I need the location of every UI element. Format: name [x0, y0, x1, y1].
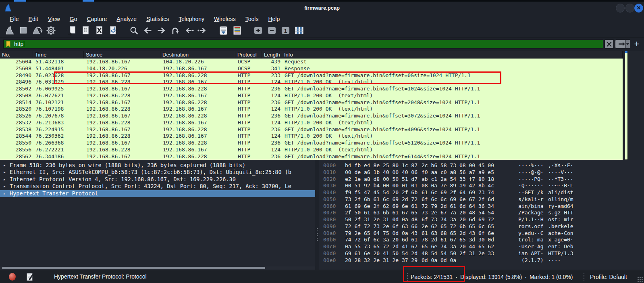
packet-row[interactable]: 2850276.069925192.168.86.167192.168.86.2…: [0, 86, 623, 92]
go-to-packet-icon[interactable]: [168, 25, 181, 37]
hex-line[interactable]: 0040f9 f5 47 45 54 20 2f 6b61 6c 69 2f 6…: [319, 189, 644, 196]
capture-comment-icon[interactable]: [27, 273, 33, 282]
menu-view[interactable]: View: [44, 15, 64, 23]
packet-row[interactable]: 2856276.344186192.168.86.167192.168.86.2…: [0, 153, 623, 160]
ascii-bytes: s/kali-r: [518, 196, 544, 203]
restart-capture-icon[interactable]: [31, 25, 44, 37]
open-file-icon[interactable]: [65, 25, 78, 37]
packet-cell-protocol: HTTP: [235, 99, 262, 106]
hex-line[interactable]: 00702f 50 61 63 6b 61 67 6573 2e 67 7a 2…: [319, 210, 644, 216]
go-forward-icon[interactable]: [155, 25, 168, 37]
filter-clear-button[interactable]: [605, 40, 614, 48]
hex-line[interactable]: 009072 6f 72 73 2e 6f 63 662e 62 65 72 6…: [319, 223, 644, 230]
packet-row[interactable]: 2853876.224915192.168.86.167192.168.86.2…: [0, 126, 623, 133]
hex-line[interactable]: 00d069 61 6e 20 41 50 54 2d48 54 54 50 2…: [319, 250, 644, 257]
resize-columns-icon[interactable]: [293, 25, 305, 37]
resize-grip-icon[interactable]: [638, 277, 643, 283]
column-header-source[interactable]: Source: [84, 51, 160, 59]
packet-cell-no: 28556: [0, 147, 33, 153]
stop-capture-icon[interactable]: [17, 25, 30, 37]
column-header-destination[interactable]: Destination: [160, 51, 235, 59]
hex-line[interactable]: 005073 2f 6b 61 6c 69 2d 726f 6c 6c 69 6…: [319, 196, 644, 203]
colorize-icon[interactable]: [231, 25, 243, 37]
profile-label[interactable]: Profile: Default: [590, 274, 627, 280]
scrollbar-handle[interactable]: [2, 267, 265, 269]
auto-scroll-icon[interactable]: [217, 25, 230, 37]
zoom-in-icon[interactable]: [251, 25, 264, 37]
menu-help[interactable]: Help: [264, 15, 284, 23]
detail-line[interactable]: ▸Ethernet II, Src: ASUSTekCOMPU_b6:58:73…: [0, 169, 315, 176]
profile-area[interactable]: Profile: Default: [584, 273, 627, 281]
zoom-original-icon[interactable]: 1: [279, 25, 292, 37]
column-header-length[interactable]: Length: [262, 51, 282, 59]
detail-horizontal-scrollbar[interactable]: [0, 266, 315, 270]
hex-line[interactable]: 00a079 2e 65 64 75 0d 0a 4361 63 68 65 2…: [319, 230, 644, 237]
expand-arrow-icon[interactable]: ▸: [3, 162, 6, 169]
detail-line[interactable]: ▸Transmission Control Protocol, Src Port…: [0, 183, 315, 190]
packet-row[interactable]: 2851476.102121192.168.86.167192.168.86.2…: [0, 99, 623, 106]
hex-line[interactable]: 00b074 72 6f 6c 3a 20 6d 6178 2d 61 67 6…: [319, 237, 644, 243]
filter-dropdown-button[interactable]: [625, 40, 630, 48]
packet-row[interactable]: 2852076.107198192.168.86.228192.168.86.1…: [0, 106, 623, 113]
packet-row[interactable]: 2560451.432118192.168.86.167104.18.20.22…: [0, 59, 623, 65]
detail-line[interactable]: ▸Hypertext Transfer Protocol: [0, 190, 315, 197]
packet-row[interactable]: 2854476.230362192.168.86.228192.168.86.1…: [0, 133, 623, 140]
packet-row[interactable]: 2849676.031929192.168.86.228192.168.86.1…: [0, 79, 623, 86]
hex-line[interactable]: 00c00a 55 73 65 72 2d 41 6765 6e 74 3a 2…: [319, 243, 644, 250]
menu-file[interactable]: File: [6, 15, 23, 23]
packet-row[interactable]: 2853276.213683192.168.86.228192.168.86.1…: [0, 119, 623, 126]
save-file-icon[interactable]: [79, 25, 92, 37]
reload-file-icon[interactable]: [106, 25, 119, 37]
column-header-info[interactable]: Info: [282, 51, 623, 59]
detail-line[interactable]: ▸Internet Protocol Version 4, Src: 192.1…: [0, 176, 315, 183]
hex-line[interactable]: 00e020 28 32 2e 31 2e 37 290d 0a 0d 0a (…: [319, 257, 644, 264]
menu-telephony[interactable]: Telephony: [175, 15, 208, 23]
expand-arrow-icon[interactable]: ▸: [3, 183, 6, 190]
menu-analyze[interactable]: Analyze: [112, 15, 141, 23]
go-back-icon[interactable]: [141, 25, 154, 37]
zoom-out-icon[interactable]: [265, 25, 278, 37]
hex-line[interactable]: 0000b4 fb e4 8e 25 80 1c 872c b6 58 73 0…: [319, 162, 644, 169]
capture-options-icon[interactable]: [44, 25, 57, 37]
find-packet-icon[interactable]: [127, 25, 140, 37]
hex-bytes: 61 63 68 65 2d 43 6f 6e: [422, 230, 494, 237]
packet-row[interactable]: 2855676.272221192.168.86.228192.168.86.1…: [0, 147, 623, 153]
minimize-button[interactable]: [616, 4, 625, 13]
packet-row[interactable]: 2849076.023628192.168.86.167192.168.86.2…: [0, 72, 623, 79]
pane-splitter[interactable]: [315, 160, 319, 270]
filter-bookmark-icon[interactable]: [6, 41, 11, 48]
display-filter-input[interactable]: http: [3, 40, 603, 48]
menu-capture[interactable]: Capture: [83, 15, 111, 23]
column-header-no[interactable]: No.: [0, 51, 33, 59]
expand-arrow-icon[interactable]: ▸: [3, 169, 6, 176]
menu-edit[interactable]: Edit: [25, 15, 42, 23]
detail-line[interactable]: ▸Frame 518: 236 bytes on wire (1888 bits…: [0, 162, 315, 169]
close-file-icon[interactable]: [93, 25, 106, 37]
hex-line[interactable]: 0020e2 1e a8 d8 00 50 51 d7ab c1 2a 54 3…: [319, 176, 644, 183]
expert-info-icon[interactable]: [9, 273, 16, 281]
column-header-time[interactable]: Time: [33, 51, 84, 59]
filter-add-button[interactable]: +: [632, 38, 642, 50]
packet-row[interactable]: 2855076.266368192.168.86.167192.168.86.2…: [0, 140, 623, 147]
packet-list-minimap[interactable]: [625, 51, 628, 160]
hex-line[interactable]: 008050 2f 31 2e 31 0d 0a 486f 73 74 3a 2…: [319, 216, 644, 223]
menu-wireless[interactable]: Wireless: [210, 15, 240, 23]
menu-tools[interactable]: Tools: [241, 15, 263, 23]
start-capture-icon[interactable]: [3, 25, 16, 37]
expand-arrow-icon[interactable]: ▸: [3, 176, 6, 183]
previous-packet-icon[interactable]: [182, 25, 195, 37]
close-button[interactable]: ✕: [634, 4, 643, 13]
packet-row[interactable]: 2560851.448401104.18.20.226192.168.86.16…: [0, 65, 623, 72]
next-packet-icon[interactable]: [196, 25, 209, 37]
packet-row[interactable]: 2852676.207678192.168.86.167192.168.86.2…: [0, 113, 623, 119]
menu-go[interactable]: Go: [66, 15, 81, 23]
maximize-button[interactable]: [625, 4, 634, 13]
column-header-protocol[interactable]: Protocol: [235, 51, 262, 59]
hex-line[interactable]: 001000 de a6 1b 40 00 40 06f0 aa c0 a8 5…: [319, 169, 644, 176]
packet-row[interactable]: 2850876.077621192.168.86.228192.168.86.1…: [0, 92, 623, 99]
expand-arrow-icon[interactable]: ▸: [3, 190, 6, 197]
packet-list-scrollbar[interactable]: [628, 51, 644, 160]
menu-statistics[interactable]: Statistics: [142, 15, 173, 23]
hex-line[interactable]: 006061 69 6e 2f 62 69 6e 6172 79 2d 61 6…: [319, 203, 644, 210]
hex-line[interactable]: 003000 51 92 b4 00 00 01 0108 0a 7e 89 a…: [319, 182, 644, 189]
